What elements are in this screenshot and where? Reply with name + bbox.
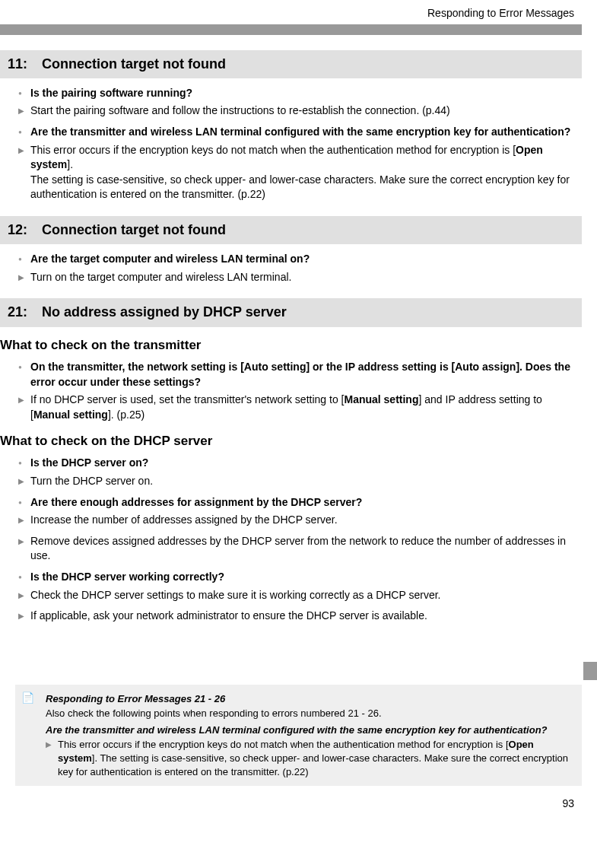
section-21-heading: 21: No address assigned by DHCP server [0,298,582,326]
s21-t-a1: If no DHCP server is used, set the trans… [30,393,574,422]
s21-transmitter-content: On the transmitter, the network setting … [30,360,574,422]
subhead-transmitter: What to check on the transmitter [0,336,582,355]
section-21-code: 21: [8,303,38,322]
s11-a2: This error occurs if the encryption keys… [30,143,574,202]
s11-q1: Is the pairing software running? [30,86,574,101]
s21-d-a1: Turn the DHCP server on. [30,474,574,489]
header-bar [0,24,582,35]
section-12-content: Are the target computer and wireless LAN… [30,252,574,285]
section-11-heading: 11: Connection target not found [0,50,582,78]
note-box: 📄 Responding to Error Messages 21 - 26 A… [15,685,582,786]
page-number: 93 [0,786,582,819]
s21-d-q1: Is the DHCP server on? [30,456,574,471]
s11-q2: Are the transmitter and wireless LAN ter… [30,125,574,140]
s21-d-a2a: Increase the number of addresses assigne… [30,513,574,528]
s12-a1: Turn on the target computer and wireless… [30,270,574,285]
section-11-code: 11: [8,55,38,74]
subhead-dhcp: What to check on the DHCP server [0,432,582,450]
s12-q1: Are the target computer and wireless LAN… [30,252,574,267]
section-12-heading: 12: Connection target not found [0,216,582,244]
s11-a1: Start the pairing software and follow th… [30,103,574,119]
section-11-title: Connection target not found [42,56,226,72]
section-11-content: Is the pairing software running? Start t… [30,86,574,202]
note-icon: 📄 [21,691,35,704]
s21-dhcp-content: Is the DHCP server on? Turn the DHCP ser… [30,456,574,623]
s21-d-a2b: Remove devices assigned addresses by the… [30,534,574,564]
section-21-title: No address assigned by DHCP server [42,304,287,320]
section-12-title: Connection target not found [42,222,226,237]
running-head: Responding to Error Messages [0,0,582,24]
note-q: Are the transmitter and wireless LAN ter… [46,723,571,737]
note-intro: Also check the following points when res… [46,707,571,720]
s21-d-q2: Are there enough addresses for assignmen… [30,495,574,510]
s21-t-q1: On the transmitter, the network setting … [30,360,574,389]
s21-d-q3: Is the DHCP server working correctly? [30,570,574,585]
section-12-code: 12: [8,221,38,240]
note-a: This error occurs if the encryption keys… [46,738,571,778]
note-title: Responding to Error Messages 21 - 26 [46,692,571,706]
s21-d-a3b: If applicable, ask your network administ… [30,609,574,624]
s21-d-a3a: Check the DHCP server settings to make s… [30,588,574,603]
side-tab [583,662,597,680]
